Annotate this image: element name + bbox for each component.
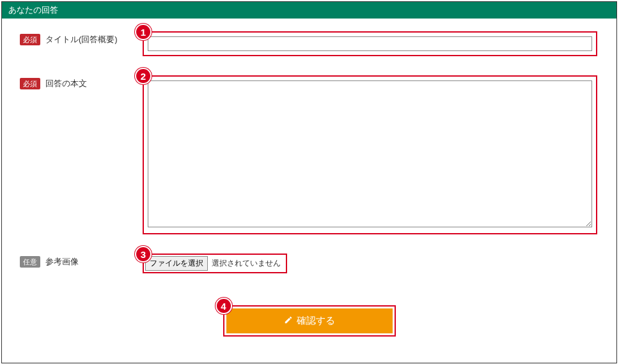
body-label: 回答の本文 [45, 78, 87, 89]
form-body: 必須 タイトル(回答概要) 1 必須 回答の本文 2 [2, 19, 616, 343]
required-badge: 必須 [20, 78, 40, 89]
title-row: 必須 タイトル(回答概要) 1 [8, 31, 610, 56]
form-header: あなたの回答 [2, 2, 616, 19]
callout-1: 1 [135, 24, 152, 40]
confirm-button[interactable]: 確認する [226, 308, 393, 333]
answer-form-container: あなたの回答 必須 タイトル(回答概要) 1 必須 回答の本文 2 [1, 1, 617, 363]
callout-3: 3 [135, 246, 152, 262]
body-row: 必須 回答の本文 2 [8, 75, 610, 234]
title-label: タイトル(回答概要) [45, 34, 118, 45]
pencil-icon [284, 315, 293, 326]
title-input[interactable] [148, 36, 592, 51]
file-status-text: 選択されていません [208, 258, 285, 269]
image-input-col: 3 ファイルを選択 選択されていません [143, 254, 610, 273]
form-title: あなたの回答 [8, 5, 58, 15]
title-label-col: 必須 タイトル(回答概要) [8, 31, 143, 45]
body-label-col: 必須 回答の本文 [8, 75, 143, 89]
submit-highlight: 4 確認する [223, 305, 396, 337]
optional-badge: 任意 [20, 256, 40, 268]
submit-row: 4 確認する [8, 305, 610, 337]
confirm-button-label: 確認する [297, 315, 335, 327]
file-select-button[interactable]: ファイルを選択 [145, 256, 208, 271]
callout-2: 2 [135, 68, 152, 84]
image-row: 任意 参考画像 3 ファイルを選択 選択されていません [8, 254, 610, 273]
title-highlight: 1 [143, 31, 597, 56]
body-input-col: 2 [143, 75, 610, 234]
callout-4: 4 [215, 298, 232, 314]
title-input-col: 1 [143, 31, 610, 56]
image-label: 参考画像 [45, 256, 79, 268]
image-label-col: 任意 参考画像 [8, 254, 143, 268]
body-highlight: 2 [143, 75, 597, 234]
image-highlight: 3 ファイルを選択 選択されていません [143, 254, 287, 273]
body-textarea[interactable] [148, 80, 592, 227]
required-badge: 必須 [20, 34, 40, 45]
